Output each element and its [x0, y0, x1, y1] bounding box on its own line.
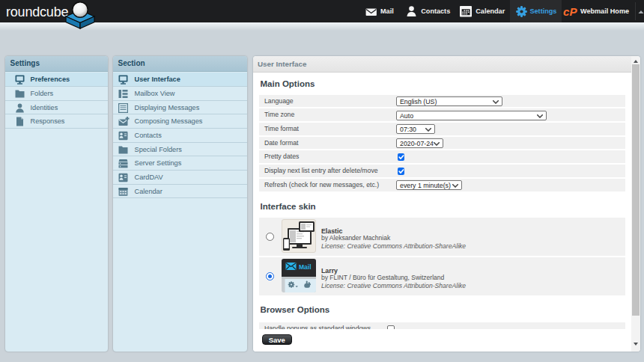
svg-text:Mail: Mail: [299, 263, 312, 271]
svg-text:cP: cP: [563, 5, 577, 18]
